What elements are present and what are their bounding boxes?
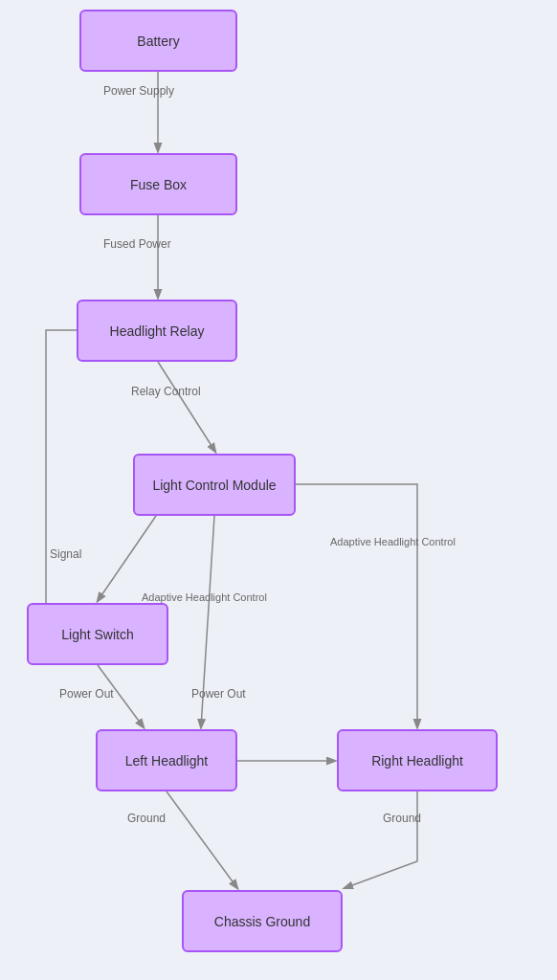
battery-node: Battery [79, 10, 237, 72]
headlight-relay-node: Headlight Relay [77, 300, 237, 362]
diagram-container: Battery Power Supply Fuse Box Fused Powe… [0, 0, 557, 980]
ground-left-label: Ground [127, 812, 166, 825]
adaptive-control-center-label: Adaptive Headlight Control [142, 591, 267, 603]
fuse-box-node: Fuse Box [79, 153, 237, 215]
svg-line-3 [98, 516, 156, 601]
relay-control-label: Relay Control [131, 385, 201, 398]
light-switch-label: Light Switch [61, 627, 133, 642]
power-out-right-label: Power Out [191, 687, 246, 701]
right-headlight-node: Right Headlight [337, 729, 498, 791]
fused-power-label: Fused Power [103, 237, 171, 251]
svg-line-7 [167, 791, 237, 888]
light-control-module-node: Light Control Module [133, 454, 296, 516]
chassis-ground-node: Chassis Ground [182, 890, 343, 952]
adaptive-control-right-label: Adaptive Headlight Control [330, 536, 456, 547]
right-headlight-label: Right Headlight [371, 753, 463, 768]
chassis-ground-label: Chassis Ground [214, 914, 310, 929]
left-headlight-node: Left Headlight [96, 729, 237, 791]
ground-right-label: Ground [383, 812, 421, 825]
light-control-module-label: Light Control Module [152, 478, 276, 493]
headlight-relay-label: Headlight Relay [110, 323, 205, 339]
battery-label: Battery [137, 33, 179, 49]
left-headlight-label: Left Headlight [125, 753, 208, 768]
svg-line-2 [158, 362, 215, 452]
signal-label: Signal [50, 547, 81, 561]
light-switch-node: Light Switch [27, 603, 168, 665]
power-supply-label: Power Supply [103, 84, 174, 98]
power-out-left-label: Power Out [59, 687, 114, 701]
fuse-box-label: Fuse Box [130, 177, 187, 192]
